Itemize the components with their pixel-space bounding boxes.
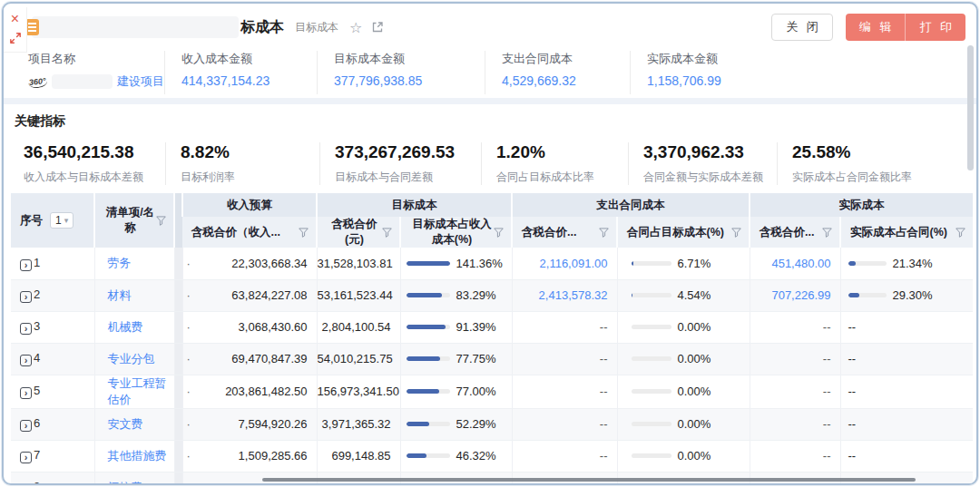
horizontal-scrollbar[interactable] [262, 478, 916, 482]
seq-cell: 4 [11, 343, 94, 375]
actual-amount-cell[interactable]: -- [750, 343, 840, 375]
actual-amount-cell[interactable]: 707,226.99 [750, 279, 840, 311]
expand-row-icon[interactable] [20, 420, 32, 432]
actual-amount-cell[interactable]: 451,480.00 [750, 248, 840, 279]
contract-pct-cell: 4.54% [617, 279, 750, 311]
row-name-link[interactable]: 专业分包 [108, 352, 155, 365]
actual-pct-cell: 21.34% [840, 248, 973, 279]
filter-icon[interactable] [156, 216, 166, 226]
row-name-link[interactable]: 专业工程暂估价 [108, 376, 167, 406]
seq-cell: 1 [11, 248, 94, 279]
row-name-link[interactable]: 间接费 [108, 481, 143, 486]
kpi-target-contract-diff: 373,267,269.53 目标成本与合同差额 [319, 142, 481, 185]
actual-pct-cell: -- [840, 440, 973, 472]
actual-amount-cell[interactable]: -- [750, 440, 840, 472]
filter-icon[interactable] [822, 228, 832, 238]
metric-value: 1,158,706.99 [647, 73, 721, 88]
metric-label: 收入成本金额 [181, 51, 317, 67]
row-name-link[interactable]: 劳务 [108, 256, 132, 269]
filter-icon[interactable] [494, 228, 504, 238]
filter-icon[interactable] [731, 228, 741, 238]
project-name-link[interactable]: 建设项目 [117, 73, 164, 90]
contract-amount-cell[interactable]: -- [512, 375, 617, 408]
close-button[interactable]: 关 闭 [771, 14, 833, 41]
contract-amount-cell[interactable]: -- [512, 343, 617, 375]
collapsed-cell [174, 408, 182, 440]
contract-pct-bar [632, 389, 671, 394]
kpi-contract-actual-diff: 3,370,962.33 合同金额与实际成本差额 [628, 142, 777, 185]
collapsed-cell [174, 440, 182, 472]
seq-cell: 6 [11, 408, 94, 440]
metric-label: 支出合同成本 [502, 51, 630, 67]
contract-pct-cell: 0.00% [617, 375, 750, 408]
key-indicators-title: 关键指标 [15, 113, 976, 130]
target-amount-cell: 156,973,341.50 [317, 375, 400, 408]
contract-pct-cell: 0.00% [617, 408, 750, 440]
target-amount-cell: 53,161,523.44 [317, 279, 400, 311]
collapsed-cell [174, 472, 182, 485]
vertical-scrollbar[interactable] [967, 45, 974, 170]
metric-value: 414,337,154.23 [181, 73, 317, 88]
col-actual-pct: 实际成本占合同(%) [840, 217, 973, 248]
kpi-label: 收入成本与目标成本差额 [24, 170, 165, 185]
contract-pct-bar [632, 293, 671, 297]
table-row: 5 专业工程暂估价 203,861,482.50 156,973,341.50 … [11, 375, 973, 408]
actual-amount-cell[interactable]: -- [750, 375, 840, 408]
contract-amount-cell[interactable]: -- [512, 440, 617, 472]
metric-income-cost: 收入成本金额 414,337,154.23 [164, 51, 317, 94]
expand-row-icon[interactable] [20, 291, 32, 303]
expand-row-icon[interactable] [20, 259, 32, 271]
row-name-link[interactable]: 机械费 [108, 320, 143, 334]
kpi-label: 目标成本与合同差额 [335, 170, 481, 185]
edit-button[interactable]: 编 辑 [846, 14, 906, 41]
contract-amount-cell[interactable]: -- [512, 408, 617, 440]
expand-row-icon[interactable] [20, 355, 32, 366]
filter-icon[interactable] [299, 228, 309, 238]
expand-row-icon[interactable] [20, 387, 32, 399]
filter-icon[interactable] [956, 228, 965, 238]
group-contract-cost: 支出合同成本 [512, 193, 750, 217]
target-pct-bar [407, 261, 450, 266]
target-amount-cell: 31,528,103.81 [317, 248, 400, 279]
print-button[interactable]: 打 印 [906, 14, 965, 41]
kpi-value: 373,267,269.53 [335, 142, 481, 162]
row-name-link[interactable]: 材料 [108, 288, 132, 302]
actual-amount-cell[interactable]: -- [750, 311, 840, 343]
contract-amount-cell[interactable]: -- [512, 311, 617, 343]
contract-pct-cell: 0.00% [617, 343, 750, 375]
row-name-link[interactable]: 其他措施费 [108, 449, 167, 463]
expand-row-icon[interactable] [20, 452, 32, 463]
target-pct-bar [407, 293, 450, 297]
action-button-group: 编 辑 打 印 [846, 14, 965, 41]
project-name-label: 项目名称 [28, 51, 164, 67]
row-name-link[interactable]: 安文费 [108, 417, 143, 431]
income-amount-cell: 63,824,227.08 [182, 279, 317, 311]
target-amount-cell: 54,010,215.75 [317, 343, 400, 375]
filter-icon[interactable] [382, 228, 392, 238]
seq-column-header: 序号 1 [11, 193, 94, 248]
contract-pct-bar [632, 325, 671, 329]
metric-contract-cost: 支出合同成本 4,529,669.32 [485, 51, 630, 94]
favorite-star-icon[interactable]: ☆ [349, 19, 362, 36]
income-amount-cell: 1,509,285.66 [182, 440, 317, 472]
actual-amount-cell[interactable]: -- [750, 408, 840, 440]
document-icon [25, 19, 39, 35]
collapsed-column[interactable] [174, 193, 182, 248]
actual-pct-cell: -- [840, 375, 973, 408]
col-target-amount: 含税合价(元) [317, 217, 400, 248]
kpi-value: 36,540,215.38 [24, 142, 165, 162]
contract-pct-cell: 0.00% [617, 311, 750, 343]
kpi-contract-target-ratio: 1.20% 合同占目标成本比率 [481, 142, 628, 185]
open-external-icon[interactable] [371, 21, 384, 34]
close-icon[interactable]: × [11, 13, 19, 25]
contract-amount-cell[interactable]: 2,413,578.32 [512, 279, 617, 311]
kpi-income-target-diff: 36,540,215.38 收入成本与目标成本差额 [24, 142, 165, 185]
target-pct-bar [407, 389, 450, 394]
filter-icon[interactable] [599, 228, 609, 238]
project-name-block: 项目名称 360° 建设项目 [4, 51, 164, 90]
expand-row-icon[interactable] [20, 483, 32, 485]
seq-level-dropdown[interactable]: 1 [50, 212, 74, 229]
expand-row-icon[interactable] [20, 323, 32, 335]
contract-amount-cell[interactable]: 2,116,091.00 [512, 248, 617, 279]
expand-icon[interactable] [9, 32, 22, 44]
